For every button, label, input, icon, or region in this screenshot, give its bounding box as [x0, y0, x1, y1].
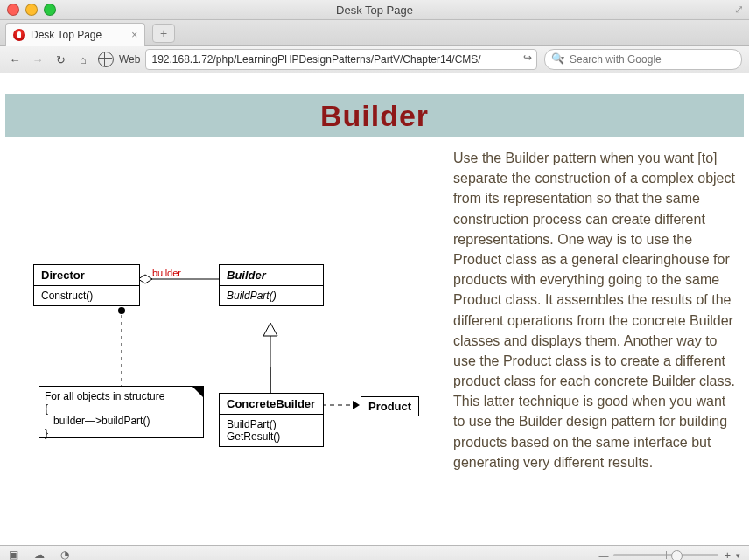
- uml-concrete-method2: GetResult(): [220, 430, 323, 446]
- uml-note: For all objects in structure { builder—>…: [38, 386, 204, 438]
- browser-tab[interactable]: Desk Top Page ×: [5, 23, 145, 46]
- zoom-dropdown-icon[interactable]: ▾: [736, 551, 740, 560]
- page-title: Builder: [320, 99, 429, 133]
- zoom-thumb[interactable]: [671, 550, 682, 560]
- zoom-out-icon[interactable]: —: [598, 550, 608, 561]
- search-engine-dropdown-icon[interactable]: ▾: [561, 54, 564, 62]
- uml-diagram: Director Construct() Builder BuildPart()…: [5, 148, 443, 533]
- globe-icon: [98, 52, 114, 67]
- zoom-in-icon[interactable]: +: [724, 549, 731, 560]
- browser-toolbar: ← → ↻ ⌂ Web ↪ 🔍 ▾: [0, 46, 749, 74]
- zoom-slider[interactable]: [613, 554, 718, 556]
- uml-builder-name: Builder: [220, 265, 323, 286]
- page-viewport: Builder Director Const: [0, 74, 749, 545]
- note-line2: {: [45, 402, 198, 415]
- address-bar[interactable]: [145, 49, 537, 70]
- uml-class-product: Product: [360, 396, 419, 416]
- svg-point-7: [118, 307, 125, 314]
- page-banner: Builder: [5, 94, 744, 137]
- uml-class-concrete-builder: ConcreteBuilder BuildPart() GetResult(): [219, 393, 324, 447]
- uml-concrete-name: ConcreteBuilder: [220, 394, 323, 415]
- uml-concrete-method1: BuildPart(): [220, 415, 323, 430]
- home-button[interactable]: ⌂: [75, 53, 91, 66]
- window-titlebar: Desk Top Page ⤢: [0, 0, 749, 20]
- uml-class-director: Director Construct(): [33, 264, 140, 306]
- status-bar: ▣ ☁ ◔ — + ▾: [0, 545, 749, 560]
- zoom-control[interactable]: — + ▾: [598, 549, 740, 560]
- turbo-icon[interactable]: ◔: [60, 549, 69, 560]
- web-label: Web: [119, 53, 140, 66]
- svg-marker-6: [353, 401, 360, 410]
- sync-icon[interactable]: ☁: [34, 549, 45, 560]
- back-button[interactable]: ←: [7, 53, 23, 66]
- svg-marker-3: [263, 323, 277, 336]
- note-line3: builder—>buildPart(): [45, 415, 198, 427]
- diagram-connectors: [5, 148, 443, 533]
- go-icon[interactable]: ↪: [523, 52, 532, 64]
- uml-class-builder: Builder BuildPart(): [219, 264, 324, 306]
- uml-director-method: Construct(): [34, 286, 139, 305]
- forward-button[interactable]: →: [30, 53, 46, 66]
- uml-assoc-label: builder: [152, 268, 181, 278]
- tab-title: Desk Top Page: [31, 29, 102, 41]
- panel-icon[interactable]: ▣: [9, 549, 18, 560]
- note-line4: }: [45, 427, 198, 439]
- window-title: Desk Top Page: [0, 4, 749, 17]
- svg-marker-1: [138, 275, 152, 284]
- note-line1: For all objects in structure: [45, 390, 198, 402]
- new-tab-button[interactable]: +: [152, 24, 175, 43]
- search-input[interactable]: [544, 49, 742, 70]
- opera-icon: [13, 29, 25, 41]
- note-fold-icon: [192, 386, 204, 398]
- uml-builder-method: BuildPart(): [220, 286, 323, 305]
- description-text: Use the Builder pattern when you want [t…: [453, 148, 744, 533]
- tab-close-icon[interactable]: ×: [131, 29, 137, 41]
- tab-strip: Desk Top Page × +: [0, 20, 749, 46]
- reload-button[interactable]: ↻: [52, 53, 68, 66]
- uml-director-name: Director: [34, 265, 139, 286]
- window-fullscreen-icon[interactable]: ⤢: [734, 3, 744, 16]
